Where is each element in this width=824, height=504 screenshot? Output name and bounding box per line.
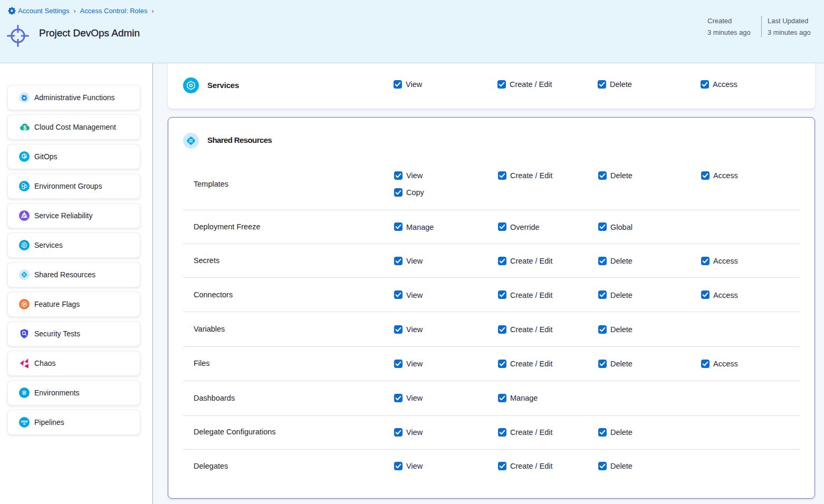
svg-text:$: $ bbox=[23, 124, 26, 131]
